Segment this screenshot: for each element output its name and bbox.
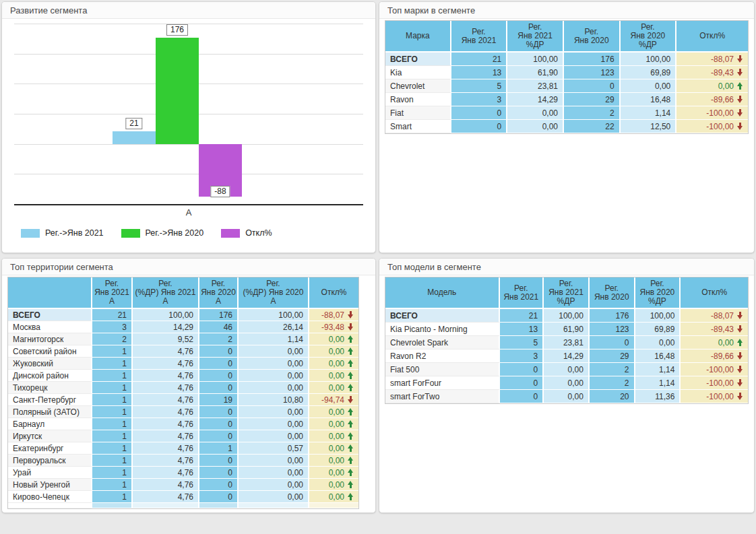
segment-development-chart: 21176-88 А Рег.->Янв 2021Рег.->Янв 2020О…: [2, 24, 375, 238]
table-row[interactable]: Chevrolet523,8100,000,00: [385, 79, 748, 93]
value-cell: 2: [590, 376, 635, 390]
value-cell: 176: [199, 309, 239, 321]
value-cell: 0: [500, 390, 544, 403]
table-row[interactable]: Урай14,7600,000,00: [8, 467, 358, 479]
column-header: [8, 277, 92, 309]
row-label: Советский район: [8, 345, 92, 358]
value-cell: 123: [564, 66, 621, 79]
table-row[interactable]: smart ForTwo00,002011,36-100,00: [385, 390, 748, 403]
trend-down-icon: [737, 352, 743, 360]
table-row[interactable]: Барнаул14,7600,000,00: [8, 418, 358, 430]
panel-segment-development: Развитие сегмента 21176-88 А Рег.->Янв 2…: [1, 1, 376, 253]
deviation-cell: -100,00: [676, 120, 748, 133]
value-cell: 20: [590, 390, 635, 403]
value-cell: 3: [500, 349, 544, 363]
table-row[interactable]: Москва314,294626,14-93,48: [8, 321, 358, 333]
value-cell: 0: [500, 376, 544, 390]
deviation-cell: 0,00: [681, 336, 748, 349]
table-row[interactable]: Магнитогорск29,5221,140,00: [8, 333, 358, 345]
value-cell: 23,81: [507, 79, 564, 93]
value-cell: 0,00: [544, 390, 590, 403]
value-cell: 176: [564, 53, 621, 66]
legend-label: Откл%: [245, 228, 272, 238]
table-row[interactable]: Fiat 50000,0021,14-100,00: [385, 363, 748, 376]
value-cell: 1: [92, 345, 133, 358]
table-row[interactable]: Кирово-Чепецк14,7600,000,00: [8, 491, 358, 503]
trend-down-icon: [737, 96, 743, 103]
bar-series-2[interactable]: [156, 38, 199, 143]
value-cell: 0: [564, 79, 621, 93]
legend-swatch-icon: [221, 229, 240, 238]
column-header: Рег. Янв 2020 %ДР: [635, 277, 681, 309]
deviation-cell: -100,00: [681, 363, 748, 376]
legend-item[interactable]: Рег.->Янв 2021: [21, 228, 104, 238]
column-header: Рег. Янв 2021 %ДР: [544, 277, 590, 309]
deviation-cell: 0,00: [309, 442, 358, 455]
value-cell: 69,89: [635, 323, 681, 336]
value-cell: 5: [451, 79, 508, 93]
table-row[interactable]: Smart00,002212,50-100,00: [385, 120, 748, 133]
column-header: Рег. Янв 2021 %ДР: [507, 21, 564, 53]
deviation-cell: -89,66: [681, 349, 748, 363]
row-label: ВСЕГО: [385, 53, 451, 66]
value-cell: 0: [199, 430, 239, 442]
value-cell: 1: [92, 479, 133, 491]
table-row[interactable]: Иркутск14,7600,000,00: [8, 430, 358, 442]
table-row[interactable]: ВСЕГО21100,00176100,00-88,07: [385, 53, 748, 66]
value-cell: 0,00: [239, 358, 309, 370]
table-row[interactable]: Советский район14,7600,000,00: [8, 345, 358, 358]
value-cell: 100,00: [239, 309, 309, 321]
table-row[interactable]: ВСЕГО21100,00176100,00-88,07: [8, 309, 358, 321]
table-row[interactable]: Fiat00,0021,14-100,00: [385, 106, 748, 120]
deviation-cell: 0,00: [309, 479, 358, 491]
table-row[interactable]: Ravon R2314,292916,48-89,66: [385, 349, 748, 363]
table-row[interactable]: ВСЕГО21100,00176100,00-88,07: [385, 309, 748, 323]
value-cell: 26,14: [239, 321, 309, 333]
trend-up-icon: [348, 432, 354, 440]
table-row[interactable]: Жуковский14,7600,000,00: [8, 358, 358, 370]
table-row[interactable]: Kia1361,9012369,89-89,43: [385, 66, 748, 79]
value-cell: 0,00: [239, 479, 309, 491]
row-label: Урай: [8, 467, 92, 479]
row-label: Тихорецк: [8, 382, 92, 394]
legend-item[interactable]: Рег.->Янв 2020: [121, 228, 204, 238]
panel-title-top-brands: Топ марки в сегменте: [379, 2, 754, 19]
table-row[interactable]: Санкт-Петербург14,761910,80-94,74: [8, 394, 358, 406]
clipped-row: [8, 503, 358, 508]
table-row[interactable]: Первоуральск14,7600,000,00: [8, 455, 358, 467]
table-row[interactable]: Динской район14,7600,000,00: [8, 370, 358, 382]
bar-series-1[interactable]: [113, 131, 156, 144]
value-cell: 0,00: [544, 376, 590, 390]
table-row[interactable]: Ravon314,292916,48-89,66: [385, 93, 748, 106]
value-cell: 0: [199, 370, 239, 382]
table-row[interactable]: Kia Picanto - Morning1361,9012369,89-89,…: [385, 323, 748, 336]
table-row[interactable]: Полярный (ЗАТО)14,7600,000,00: [8, 406, 358, 418]
value-cell: 1: [92, 418, 133, 430]
value-cell: 0: [199, 479, 239, 491]
table-row[interactable]: Екатеринбург14,7610,570,00: [8, 442, 358, 455]
chart-legend: Рег.->Янв 2021Рег.->Янв 2020Откл%: [21, 228, 375, 238]
row-label: Магнитогорск: [8, 333, 92, 345]
value-cell: 0,00: [239, 418, 309, 430]
value-cell: 0,57: [239, 442, 309, 455]
table-row[interactable]: Chevrolet Spark523,8100,000,00: [385, 336, 748, 349]
trend-up-icon: [348, 457, 354, 464]
panel-top-brands: Топ марки в сегменте МаркаРег. Янв 2021Р…: [379, 1, 755, 253]
legend-item[interactable]: Откл%: [221, 228, 272, 238]
table-row[interactable]: Новый Уренгой14,7600,000,00: [8, 479, 358, 491]
value-cell: 0,00: [239, 382, 309, 394]
trend-down-icon: [737, 325, 743, 333]
deviation-cell: -89,43: [676, 66, 748, 79]
row-label: Chevrolet: [385, 79, 451, 93]
value-cell: 4,76: [133, 491, 199, 503]
bar-value-label: 21: [125, 118, 142, 129]
trend-up-icon: [348, 481, 354, 488]
table-row[interactable]: smart ForFour00,0021,14-100,00: [385, 376, 748, 390]
value-cell: 1: [92, 491, 133, 503]
value-cell: 0: [199, 406, 239, 418]
value-cell: 9,52: [133, 333, 199, 345]
value-cell: 0: [199, 345, 239, 358]
row-label: Новый Уренгой: [8, 479, 92, 491]
deviation-cell: -100,00: [681, 376, 748, 390]
table-row[interactable]: Тихорецк14,7600,000,00: [8, 382, 358, 394]
